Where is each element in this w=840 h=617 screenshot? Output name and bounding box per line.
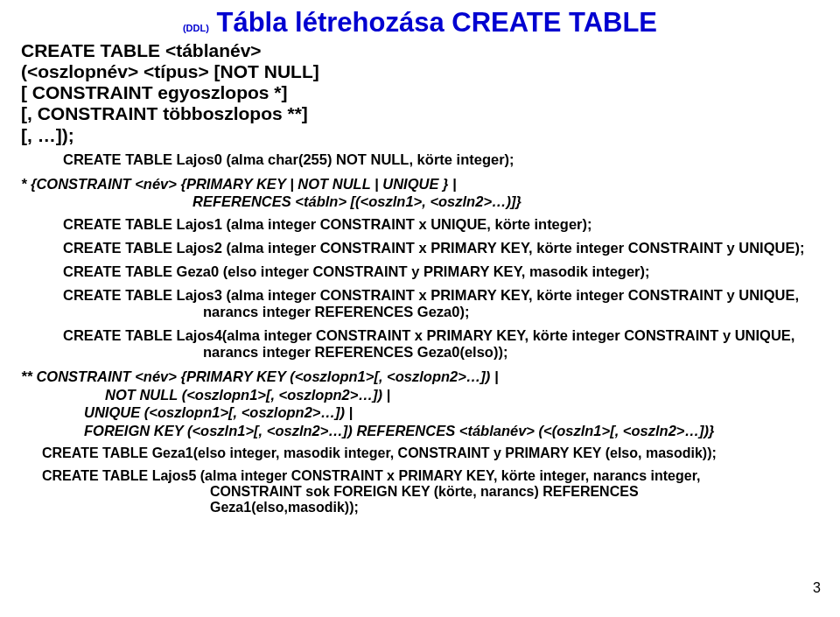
title-text: Tábla létrehozása CREATE TABLE bbox=[209, 7, 657, 38]
code-line: CONSTRAINT sok FOREIGN KEY (körte, naran… bbox=[210, 484, 819, 500]
code-example-lajos2: CREATE TABLE Lajos2 (alma integer CONSTR… bbox=[63, 240, 819, 256]
syntax-line: * {CONSTRAINT <név> {PRIMARY KEY | NOT N… bbox=[21, 175, 819, 193]
code-line: CREATE TABLE Lajos5 (alma integer CONSTR… bbox=[42, 468, 819, 484]
slide-title: (DDL) Tábla létrehozása CREATE TABLE bbox=[21, 7, 819, 39]
syntax-line: (<oszlopnév> <típus> [NOT NULL] bbox=[21, 61, 819, 82]
code-line: narancs integer REFERENCES Geza0(elso)); bbox=[203, 344, 819, 361]
syntax-line: ** CONSTRAINT <név> {PRIMARY KEY (<oszlo… bbox=[21, 368, 819, 386]
syntax-line: UNIQUE (<oszlopn1>[, <oszlopn2>…]) | bbox=[84, 403, 819, 422]
code-example-lajos4: CREATE TABLE Lajos4(alma integer CONSTRA… bbox=[63, 327, 819, 361]
code-example-lajos0: CREATE TABLE Lajos0 (alma char(255) NOT … bbox=[63, 151, 819, 168]
single-column-constraint-syntax: * {CONSTRAINT <név> {PRIMARY KEY | NOT N… bbox=[21, 175, 819, 211]
code-example-lajos1: CREATE TABLE Lajos1 (alma integer CONSTR… bbox=[63, 216, 819, 233]
code-example-lajos5: CREATE TABLE Lajos5 (alma integer CONSTR… bbox=[42, 468, 819, 515]
code-line: narancs integer REFERENCES Geza0); bbox=[203, 304, 819, 320]
syntax-line: REFERENCES <tábln> [(<oszln1>, <oszln2>…… bbox=[192, 193, 819, 211]
code-line: Geza1(elso,masodik)); bbox=[210, 500, 819, 515]
code-example-geza0: CREATE TABLE Geza0 (elso integer CONSTRA… bbox=[63, 263, 819, 280]
page-number: 3 bbox=[813, 580, 821, 596]
code-example-lajos3: CREATE TABLE Lajos3 (alma integer CONSTR… bbox=[63, 287, 819, 320]
syntax-line: NOT NULL (<oszlopn1>[, <oszlopn2>…]) | bbox=[105, 386, 819, 404]
code-example-geza1: CREATE TABLE Geza1(elso integer, masodik… bbox=[42, 445, 819, 461]
code-line: CREATE TABLE Lajos3 (alma integer CONSTR… bbox=[63, 287, 819, 304]
syntax-line: [, …]); bbox=[21, 125, 819, 146]
create-table-syntax: CREATE TABLE <táblanév> (<oszlopnév> <tí… bbox=[21, 40, 819, 146]
syntax-line: [ CONSTRAINT egyoszlopos *] bbox=[21, 82, 819, 103]
syntax-line: FOREIGN KEY (<oszln1>[, <oszln2>…]) REFE… bbox=[84, 422, 819, 440]
multi-column-constraint-syntax: ** CONSTRAINT <név> {PRIMARY KEY (<oszlo… bbox=[21, 368, 819, 440]
ddl-label: (DDL) bbox=[183, 23, 209, 33]
syntax-line: CREATE TABLE <táblanév> bbox=[21, 40, 819, 61]
code-line: CREATE TABLE Lajos4(alma integer CONSTRA… bbox=[63, 327, 819, 344]
syntax-line: [, CONSTRAINT többoszlopos **] bbox=[21, 103, 819, 124]
